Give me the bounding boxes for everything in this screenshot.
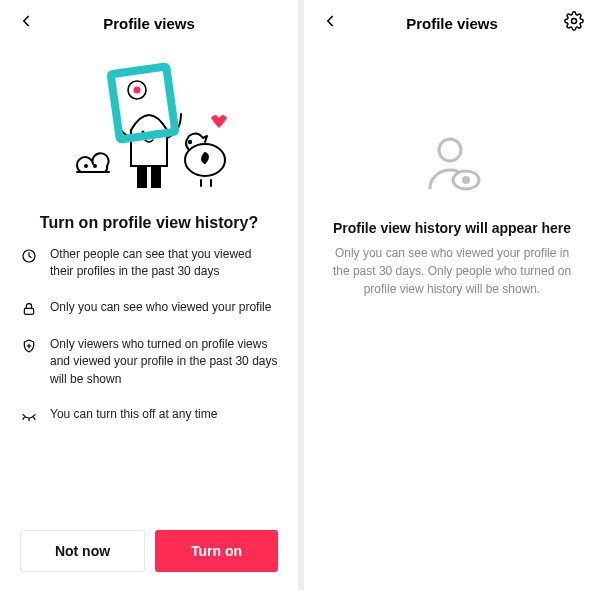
svg-rect-2: [137, 164, 147, 188]
svg-rect-12: [24, 308, 33, 314]
svg-point-18: [572, 19, 577, 24]
svg-point-1: [94, 165, 96, 167]
svg-point-19: [439, 139, 461, 161]
button-row: Not now Turn on: [0, 530, 298, 572]
eye-closed-icon: [20, 407, 38, 425]
empty-state-description: Only you can see who viewed your profile…: [332, 244, 572, 298]
onboarding-illustration: [0, 56, 298, 196]
svg-line-17: [34, 417, 35, 419]
not-now-button[interactable]: Not now: [20, 530, 145, 572]
page-title: Profile views: [342, 15, 562, 32]
svg-rect-3: [151, 164, 161, 188]
feature-list: Other people can see that you viewed the…: [0, 246, 298, 443]
empty-state-heading: Profile view history will appear here: [333, 220, 571, 236]
feature-row: Only viewers who turned on profile views…: [20, 336, 278, 388]
question-title: Turn on profile view history?: [20, 214, 278, 232]
svg-point-8: [134, 87, 141, 94]
header: Profile views: [304, 0, 600, 46]
feature-text: You can turn this off at any time: [50, 406, 217, 423]
feature-text: Other people can see that you viewed the…: [50, 246, 278, 281]
empty-state-panel: Profile views Profile view history will …: [304, 0, 600, 590]
back-icon[interactable]: [321, 12, 339, 34]
svg-point-0: [85, 165, 87, 167]
feature-text: Only you can see who viewed your profile: [50, 299, 271, 316]
clock-icon: [20, 247, 38, 265]
feature-row: Only you can see who viewed your profile: [20, 299, 278, 318]
turn-on-button[interactable]: Turn on: [155, 530, 278, 572]
feature-row: Other people can see that you viewed the…: [20, 246, 278, 281]
lock-icon: [20, 300, 38, 318]
empty-state: Profile view history will appear here On…: [304, 136, 600, 298]
svg-point-10: [189, 141, 191, 143]
profile-eye-icon: [422, 136, 482, 198]
header: Profile views: [0, 0, 298, 46]
feature-text: Only viewers who turned on profile views…: [50, 336, 278, 388]
svg-line-15: [23, 417, 24, 419]
back-icon[interactable]: [17, 12, 35, 34]
settings-icon[interactable]: [564, 11, 584, 35]
svg-point-21: [462, 176, 470, 184]
page-title: Profile views: [38, 15, 260, 32]
feature-row: You can turn this off at any time: [20, 406, 278, 425]
shield-icon: [20, 337, 38, 355]
onboarding-panel: Profile views: [0, 0, 298, 590]
